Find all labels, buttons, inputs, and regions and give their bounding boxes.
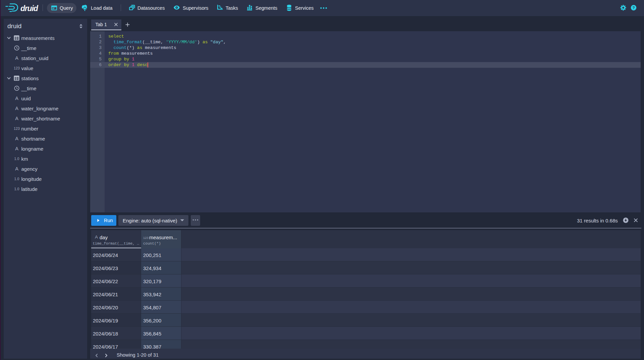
svg-text:?: ? — [632, 6, 635, 10]
